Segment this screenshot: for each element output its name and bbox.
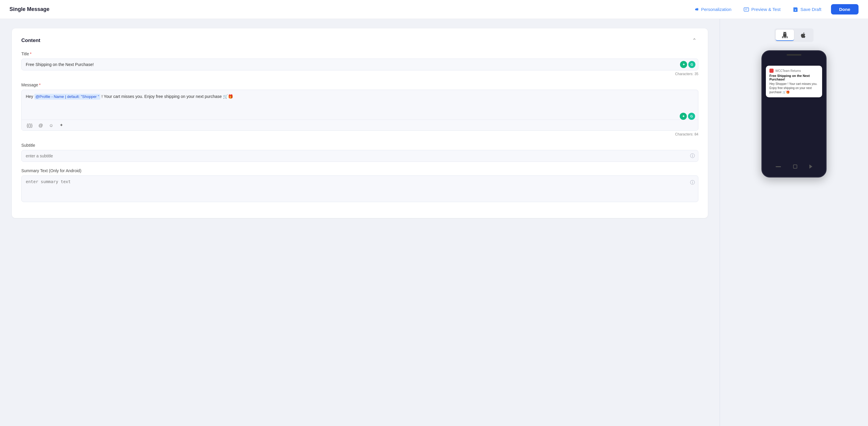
title-field-group: Title* ✦ G Characters: 35 [21,52,699,76]
notification-app-row: WCCTeam Returns [769,69,818,73]
android-icon [781,32,788,38]
android-tab[interactable] [776,30,794,41]
summary-textarea-wrapper: ⓘ [21,175,699,203]
card-header: Content ⌃ [21,37,699,44]
subtitle-input[interactable] [21,150,699,162]
header-actions: Personalization Preview & Test Save Draf… [691,4,859,14]
curly-braces-button[interactable]: {{}} [25,122,34,129]
notification-card: WCCTeam Returns Free Shipping on the Nex… [766,66,822,97]
message-content-display: Hey @Profile - Name | default: "Shopper … [22,90,698,120]
page-title: Single Message [9,6,50,12]
preview-test-label: Preview & Test [751,7,781,12]
preview-icon [743,6,749,12]
emoji-button[interactable]: ☺ [48,122,55,129]
gear-icon [693,6,699,12]
phone-speaker [786,54,801,56]
device-tabs [774,28,813,42]
personalization-label: Personalization [701,7,732,12]
svg-rect-0 [744,8,749,11]
personalization-button[interactable]: Personalization [691,5,734,14]
message-char-count: Characters: 84 [21,132,699,136]
notification-title: Free Shipping on the Next Purchase! [769,74,818,81]
save-icon [793,6,799,12]
subtitle-input-row: ⓘ [21,150,699,162]
message-label: Message* [21,83,699,87]
subtitle-field-group: Subtitle ⓘ [21,143,699,162]
app-icon [769,69,774,73]
notification-body: Hey Shopper ! Your cart misses you. Enjo… [769,82,818,94]
summary-textarea[interactable] [21,175,699,202]
phone-mockup: WCCTeam Returns Free Shipping on the Nex… [762,50,827,177]
phone-screen: WCCTeam Returns Free Shipping on the Nex… [764,57,825,171]
title-input-row: ✦ G [21,59,699,70]
content-card: Content ⌃ Title* ✦ G Characters: 35 [12,28,708,218]
message-textarea-icons: ✦ G [680,113,695,120]
summary-label: Summary Text (Only for Android) [21,168,699,173]
title-label: Title* [21,52,699,56]
grammarly-icon[interactable]: G [688,61,695,68]
subtitle-help-icon[interactable]: ⓘ [690,153,695,159]
spell-check-icon[interactable]: ✦ [680,61,687,68]
left-panel: Content ⌃ Title* ✦ G Characters: 35 [0,19,720,426]
save-draft-button[interactable]: Save Draft [790,5,824,14]
app-name: WCCTeam Returns [775,69,801,72]
message-grammarly-icon[interactable]: G [688,113,695,120]
preview-test-button[interactable]: Preview & Test [741,5,783,14]
sparkle-button[interactable]: ✦ [58,122,65,129]
phone-nav-bar [764,164,825,169]
collapse-button[interactable]: ⌃ [690,37,699,44]
title-char-count: Characters: 35 [21,72,699,76]
summary-help-icon[interactable]: ⓘ [690,179,695,186]
summary-field-group: Summary Text (Only for Android) ⓘ [21,168,699,203]
message-toolbar: {{}} @ ☺ ✦ [22,120,698,130]
app-header: Single Message Personalization Preview &… [0,0,868,19]
message-spell-check-icon[interactable]: ✦ [680,113,687,120]
nav-menu-icon [776,166,781,167]
nav-home-icon [793,164,797,169]
subtitle-label: Subtitle [21,143,699,148]
at-mention-button[interactable]: @ [37,122,44,129]
title-input[interactable] [21,59,699,70]
main-layout: Content ⌃ Title* ✦ G Characters: 35 [0,0,868,426]
right-panel: WCCTeam Returns Free Shipping on the Nex… [720,19,868,426]
save-draft-label: Save Draft [801,7,822,12]
apple-icon [800,32,806,38]
message-textarea-wrapper: Hey @Profile - Name | default: "Shopper … [21,90,699,131]
title-input-icons: ✦ G [680,61,695,68]
message-field-group: Message* Hey @Profile - Name | default: … [21,83,699,136]
profile-name-tag: @Profile - Name | default: "Shopper " [34,94,100,100]
done-button[interactable]: Done [831,4,859,14]
ios-tab[interactable] [794,30,812,41]
nav-back-icon [809,164,812,169]
content-card-title: Content [21,38,40,43]
